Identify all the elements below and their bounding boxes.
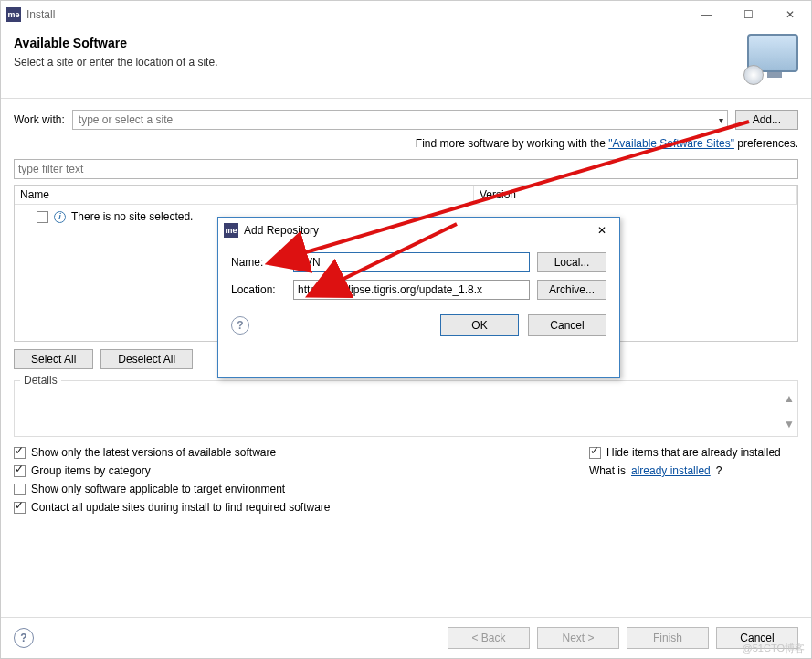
- archive-button[interactable]: Archive...: [537, 280, 606, 300]
- local-button[interactable]: Local...: [537, 252, 606, 272]
- opt-group-label: Group items by category: [31, 464, 151, 477]
- details-scrollbar[interactable]: ▲▼: [783, 392, 796, 430]
- help-icon[interactable]: ?: [14, 628, 34, 648]
- work-with-row: Work with: ▾ Add...: [14, 110, 798, 130]
- page-subtitle: Select a site or enter the location of a…: [14, 56, 740, 69]
- col-version[interactable]: Version: [474, 186, 797, 204]
- chevron-down-icon[interactable]: ▾: [719, 115, 723, 125]
- empty-message: There is no site selected.: [71, 210, 193, 223]
- app-icon: me: [6, 7, 21, 22]
- page-title: Available Software: [14, 36, 740, 50]
- wizard-icon: [740, 34, 798, 85]
- location-label: Location:: [231, 283, 286, 296]
- opt-contact-checkbox[interactable]: [14, 502, 26, 514]
- work-with-combo[interactable]: ▾: [72, 110, 728, 130]
- row-checkbox[interactable]: [37, 211, 48, 223]
- app-icon: me: [224, 223, 238, 238]
- col-name[interactable]: Name: [15, 186, 474, 204]
- add-button[interactable]: Add...: [735, 110, 798, 130]
- opt-latest-label: Show only the latest versions of availab…: [31, 446, 276, 459]
- close-icon[interactable]: ✕: [590, 224, 614, 237]
- opt-applicable-checkbox[interactable]: [14, 484, 26, 495]
- opt-hide-checkbox[interactable]: [589, 447, 601, 459]
- name-label: Name:: [231, 256, 286, 269]
- location-input[interactable]: [293, 280, 530, 300]
- info-icon: i: [54, 211, 66, 223]
- options: Show only the latest versions of availab…: [14, 446, 798, 514]
- ok-button[interactable]: OK: [440, 314, 519, 336]
- available-sites-link[interactable]: "Available Software Sites": [608, 137, 734, 150]
- work-with-input[interactable]: [77, 112, 719, 127]
- cancel-button[interactable]: Cancel: [528, 314, 606, 336]
- filter-input[interactable]: [14, 159, 798, 179]
- name-input[interactable]: [293, 252, 530, 272]
- window-title: Install: [26, 8, 685, 21]
- opt-group-checkbox[interactable]: [14, 465, 26, 477]
- titlebar: me Install — ☐ ✕: [1, 1, 811, 28]
- maximize-icon[interactable]: ☐: [727, 1, 769, 28]
- back-button: < Back: [448, 627, 530, 649]
- select-all-button[interactable]: Select All: [14, 349, 93, 369]
- next-button: Next >: [537, 627, 619, 649]
- minimize-icon[interactable]: —: [685, 1, 727, 28]
- opt-contact-label: Contact all update sites during install …: [31, 501, 331, 514]
- banner: Available Software Select a site or ente…: [1, 28, 811, 99]
- already-installed-link[interactable]: already installed: [631, 464, 711, 477]
- footer: ? < Back Next > Finish Cancel: [1, 617, 811, 658]
- help-icon[interactable]: ?: [231, 316, 249, 335]
- opt-applicable-label: Show only software applicable to target …: [31, 483, 285, 495]
- deselect-all-button[interactable]: Deselect All: [100, 349, 193, 369]
- hint-text: Find more software by working with the "…: [14, 137, 798, 150]
- finish-button: Finish: [627, 627, 709, 649]
- watermark: @51CTO博客: [743, 642, 805, 655]
- add-repository-dialog: me Add Repository ✕ Name: Local... Locat…: [217, 217, 620, 378]
- work-with-label: Work with:: [14, 113, 65, 126]
- details-legend: Details: [20, 374, 61, 387]
- dialog-title: Add Repository: [244, 224, 590, 237]
- close-icon[interactable]: ✕: [769, 1, 811, 28]
- details-group: Details ▲▼: [14, 380, 798, 437]
- window-controls: — ☐ ✕: [685, 1, 811, 28]
- opt-latest-checkbox[interactable]: [14, 447, 26, 459]
- table-header: Name Version: [15, 186, 797, 205]
- opt-hide-label: Hide items that are already installed: [606, 446, 781, 459]
- dialog-titlebar: me Add Repository ✕: [218, 218, 619, 243]
